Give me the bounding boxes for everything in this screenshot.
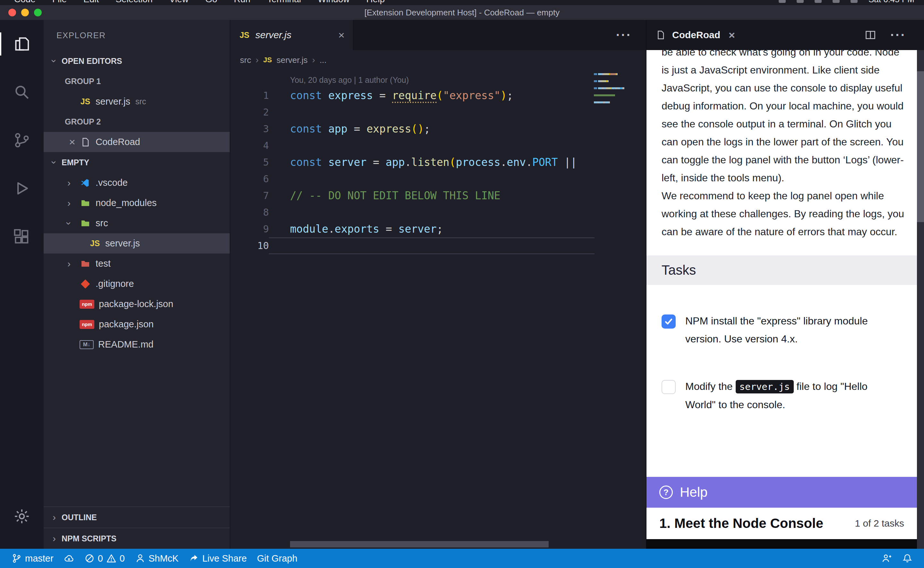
panel-more-actions-icon[interactable]: ··· [890,29,906,41]
status-problems[interactable]: 0 0 [79,549,130,568]
breadcrumb-file[interactable]: server.js [277,55,307,65]
tree-item-package-lock.json[interactable]: npmpackage-lock.json [44,294,230,314]
tree-item-server.js[interactable]: JSserver.js [44,233,230,254]
menubar-status-icon[interactable] [815,0,822,3]
code-line-5[interactable]: 5const server = app.listen(process.env.P… [231,154,646,171]
chevron-down-icon: › [50,56,59,66]
menubar-status-icon[interactable] [850,0,858,3]
close-window-button[interactable] [8,9,16,17]
extensions-icon[interactable] [0,213,44,261]
breadcrumb[interactable]: src › JS server.js › ... [231,50,646,70]
horizontal-scrollbar[interactable] [290,541,549,547]
open-editor-server.js[interactable]: JSserver.jssrc [44,91,230,112]
breadcrumb-src[interactable]: src [240,55,251,65]
split-editor-icon[interactable] [865,29,876,41]
line-number: 10 [231,237,269,254]
panel-scrollbar[interactable] [917,50,924,549]
code-line-7[interactable]: 7// -- DO NOT EDIT BELOW THIS LINE [231,187,646,204]
tree-item-.gitignore[interactable]: .gitignore [44,274,230,294]
lesson-footer[interactable]: 1. Meet the Node Console 1 of 2 tasks [647,508,917,539]
code-line-1[interactable]: 1const express = require("express"); [231,87,646,104]
folder-test-icon [80,258,91,270]
menu-window[interactable]: Window [318,0,350,5]
section-outline[interactable]: ›OUTLINE [44,506,230,527]
menu-help[interactable]: Help [366,0,385,5]
tab-coderoad[interactable]: CodeRoad × [655,29,735,41]
status-feedback[interactable] [877,549,897,568]
close-icon[interactable]: × [65,136,80,148]
webview-bottom-strip [647,539,917,549]
editor-tabbar: JS server.js × ··· [231,20,646,50]
file-label: src [96,218,108,228]
help-bar[interactable]: ? Help [647,477,917,508]
source-control-icon[interactable] [0,116,44,164]
open-editor-CodeRoad[interactable]: ×CodeRoad [44,132,230,152]
task-checkbox[interactable] [662,314,676,329]
section-npm-scripts[interactable]: ›NPM SCRIPTS [44,527,230,549]
task-item: NPM install the "express" library module… [662,312,907,348]
status-notifications[interactable] [897,549,918,568]
git-icon [80,278,91,290]
menubar-status-icon[interactable] [832,0,840,3]
settings-gear-icon[interactable] [0,492,44,541]
tab-title: server.js [255,30,291,41]
close-tab-icon[interactable]: × [729,29,735,41]
tree-item-.vscode[interactable]: ›.vscode [44,173,230,193]
chevron-down-icon: › [64,219,74,228]
tree-item-node_modules[interactable]: ›node_modules [44,193,230,213]
status-branch[interactable]: master [6,549,59,568]
minimap[interactable] [594,73,625,109]
menu-terminal[interactable]: Terminal [267,0,301,5]
menu-code[interactable]: Code [14,0,36,5]
menu-selection[interactable]: Selection [116,0,152,5]
section-label: OPEN EDITORS [62,56,122,66]
tree-item-src[interactable]: ›src [44,213,230,233]
code-line-3[interactable]: 3const app = express(); [231,121,646,137]
lesson-content: be able to check what’s going on in your… [662,50,907,241]
menubar-status-icon[interactable] [779,0,786,3]
gitlens-blame-annotation[interactable]: You, 20 days ago | 1 author (You) [290,73,646,87]
code-line-6[interactable]: 6 [231,171,646,187]
explorer-icon[interactable] [0,20,44,68]
tree-item-README.md[interactable]: M↓README.md [44,334,230,355]
open-editors-list: GROUP 1JSserver.jssrcGROUP 2×CodeRoad [44,71,230,152]
person-icon [135,553,145,563]
menubar-status-icon[interactable] [797,0,804,3]
file-label: .gitignore [96,278,134,289]
status-account[interactable]: ShMcK [130,549,184,568]
code-line-2[interactable]: 2 [231,104,646,121]
tree-item-package.json[interactable]: npmpackage.json [44,314,230,334]
code-line-10[interactable]: 10 [231,237,646,254]
menu-view[interactable]: View [169,0,188,5]
section-empty-root[interactable]: › EMPTY [44,152,230,173]
menu-run[interactable]: Run [234,0,250,5]
code-line-8[interactable]: 8 [231,204,646,221]
file-label: server.js [105,238,140,249]
status-live-share[interactable]: Live Share [184,549,252,568]
tree-item-test[interactable]: ›test [44,254,230,274]
search-icon[interactable] [0,68,44,116]
code-editor[interactable]: You, 20 days ago | 1 author (You) 1const… [231,70,646,549]
file-icon [80,136,91,148]
git-graph-label: Git Graph [257,553,297,564]
line-number: 1 [231,87,269,104]
minimize-window-button[interactable] [21,9,29,17]
status-git-graph[interactable]: Git Graph [252,549,303,568]
breadcrumb-more[interactable]: ... [320,55,327,65]
editor-more-actions-icon[interactable]: ··· [616,29,632,41]
live-share-label: Live Share [202,553,247,564]
close-tab-icon[interactable]: × [338,29,345,41]
code-line-4[interactable]: 4 [231,137,646,154]
run-and-debug-icon[interactable] [0,164,44,213]
code-line-9[interactable]: 9module.exports = server; [231,221,646,237]
zoom-window-button[interactable] [34,9,42,17]
menubar-clock[interactable]: Sat 6:45 PM [868,0,914,5]
status-sync[interactable] [59,549,79,568]
task-checkbox[interactable] [662,380,676,394]
section-open-editors[interactable]: › OPEN EDITORS [44,51,230,71]
tab-server-js[interactable]: JS server.js × [231,20,354,50]
menu-file[interactable]: File [52,0,67,5]
scrollbar-thumb[interactable] [917,71,924,222]
menu-go[interactable]: Go [205,0,217,5]
menu-edit[interactable]: Edit [83,0,99,5]
